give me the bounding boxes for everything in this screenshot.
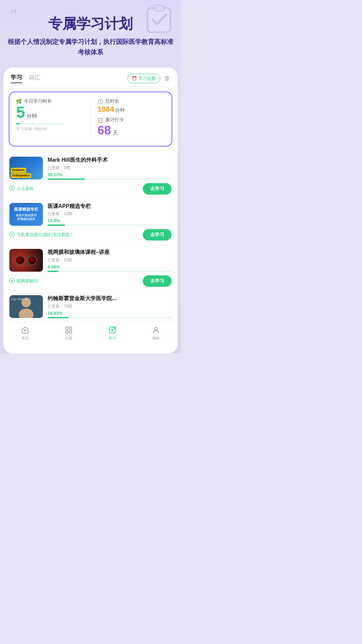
stats-box: 🌿 今日学习时长 5 分钟 学习目标: 60分钟 🕐 [9,92,172,147]
tab-actions: ⏰ 学习提醒 🗑 [127,74,170,83]
course-footer-2: 飞机紧急医疗|我们无法着陆！ 去学习 [9,229,172,240]
course-category-1: 小儿骨科 [9,185,34,192]
course-thumb-retina [9,249,43,272]
course-info-2: 医课APP精选专栏 已更新：32期 13.8% [48,203,172,226]
svg-rect-13 [66,327,68,329]
study-goal: 学习目标: 60分钟 [16,126,90,132]
checkin-icon: 📋 [98,117,103,123]
svg-rect-1 [154,5,164,11]
course-progress-text-4: 16.93% [48,311,172,316]
course-progress-bar-bg-1 [48,178,172,180]
svg-point-12 [24,330,26,331]
course-progress-bar-bg-4 [48,317,172,318]
clock-icon: 🕐 [98,99,103,104]
today-unit: 分钟 [26,113,37,120]
total-time-block: 🕐 总时长 1864 分钟 [98,98,165,114]
video-icon-1 [9,185,15,192]
go-study-btn-1[interactable]: 去学习 [143,183,172,195]
go-study-btn-2[interactable]: 去学习 [143,229,172,240]
total-value: 1864 [98,105,114,113]
retina-eye-right [27,256,37,265]
course-title-2: 医课APP精选专栏 [48,203,172,210]
home-icon [20,325,30,335]
checkin-number: 68 [98,123,111,137]
grid-icon [64,325,73,335]
course-progress-fill-2 [48,224,65,226]
course-info-4: 约翰斯霍普金斯大学医学院... 已更新：78期 16.93% [48,295,172,318]
thumb-badge2: Orthopedics [11,173,31,178]
course-progress-fill-3 [48,271,59,272]
course-item-3: 视网膜和玻璃体课程–讲座 已更新：10期 9.06% 视网膜解剖 [3,244,178,290]
course-progress-text-3: 9.06% [48,264,172,269]
nav-home-label: 首页 [21,336,29,341]
nav-profile-label: 我的 [152,336,160,341]
svg-rect-16 [69,331,72,333]
yike-thumb-text: 医课精选专栏 各医片段的医学 罗辑融在线里 [14,207,38,221]
total-time-label: 🕐 总时长 [98,98,165,104]
svg-rect-0 [147,8,170,32]
course-item: Pediatric Orthopedics Mark Hill医生的外科手术 已… [3,152,178,198]
trash-button[interactable]: 🗑 [164,75,170,82]
svg-rect-14 [69,327,72,329]
course-progress-text-1: 30.17% [48,172,172,177]
nav-category[interactable]: 分类 [64,325,73,341]
course-update-3: 已更新：10期 [48,257,172,263]
course-footer-1: 小儿骨科 去学习 [9,183,172,195]
quote-decoration: " [10,7,17,24]
course-row-2: 医课精选专栏 各医片段的医学 罗辑融在线里 医课APP精选专栏 已更新：32期 … [9,203,172,226]
alarm-icon: ⏰ [132,76,137,81]
learning-icon [108,325,117,335]
main-card: 学习 词汇 ⏰ 学习提醒 🗑 🌿 今日学习时长 5 [3,67,178,354]
svg-text:Ray Wall, M.D.: Ray Wall, M.D. [11,298,31,301]
video-icon-3 [9,278,15,284]
course-list: Pediatric Orthopedics Mark Hill医生的外科手术 已… [3,152,178,322]
checkin-unit: 天 [113,130,118,136]
course-item-2: 医课精选专栏 各医片段的医学 罗辑融在线里 医课APP精选专栏 已更新：32期 … [3,198,178,245]
clipboard-icon [144,3,174,34]
reminder-button[interactable]: ⏰ 学习提醒 [127,74,160,83]
video-icon-2 [9,232,15,238]
nav-home[interactable]: 首页 [20,325,30,341]
today-number: 5 [16,104,25,120]
course-update-1: 已更新：9期 [48,165,172,171]
nav-category-label: 分类 [65,336,72,341]
course-footer-3: 视网膜解剖 去学习 [9,275,172,287]
tab-study[interactable]: 学习 [11,73,22,83]
course-update-2: 已更新：32期 [48,211,172,217]
course-progress-fill-4 [48,317,69,318]
course-thumb-ortho: Pediatric Orthopedics [9,157,43,179]
course-title-3: 视网膜和玻璃体课程–讲座 [48,249,172,256]
checkin-block: 📋 累计打卡 68 天 [98,117,165,137]
go-study-btn-3[interactable]: 去学习 [143,275,172,287]
course-category-3: 视网膜解剖 [9,278,38,284]
course-row-3: 视网膜和玻璃体课程–讲座 已更新：10期 9.06% [9,249,172,272]
app-container: " 专属学习计划 根据个人情况制定专属学习计划，执行国际医学教育高标准考核体系 … [0,0,181,354]
svg-point-19 [155,327,157,330]
svg-marker-3 [11,187,13,189]
course-row: Pediatric Orthopedics Mark Hill医生的外科手术 已… [9,157,172,180]
course-progress-text-2: 13.8% [48,218,172,223]
course-title-1: Mark Hill医生的外科手术 [48,157,172,164]
course-info-1: Mark Hill医生的外科手术 已更新：9期 30.17% [48,157,172,180]
retina-eye-left [15,256,25,265]
nav-profile[interactable]: 我的 [151,325,161,341]
course-category-2: 飞机紧急医疗|我们无法着陆！ [9,232,74,238]
svg-marker-5 [11,233,13,235]
stats-right: 🕐 总时长 1864 分钟 📋 累计打卡 [90,98,165,137]
tab-vocabulary[interactable]: 词汇 [29,74,40,83]
course-title-4: 约翰斯霍普金斯大学医学院... [48,295,172,302]
course-info-3: 视网膜和玻璃体课程–讲座 已更新：10期 9.06% [48,249,172,272]
bottom-nav: 首页 分类 [3,322,178,347]
today-value: 5 分钟 [16,104,90,120]
today-study-label: 🌿 今日学习时长 [16,98,90,104]
course-item-4: Ray Wall, M.D. 约翰斯霍普金斯大学医学院... 已更新：78期 1… [3,290,178,322]
course-progress-fill-1 [48,178,85,180]
nav-learning[interactable]: 学习 [108,325,117,341]
course-update-4: 已更新：78期 [48,304,172,309]
course-row-4: Ray Wall, M.D. 约翰斯霍普金斯大学医学院... 已更新：78期 1… [9,295,172,318]
today-progress-bar-fill [16,123,20,124]
course-thumb-yike: 医课精选专栏 各医片段的医学 罗辑融在线里 [9,203,43,226]
nav-learning-label: 学习 [109,336,116,341]
svg-marker-7 [11,280,13,281]
checkin-label: 📋 累计打卡 [98,117,165,123]
